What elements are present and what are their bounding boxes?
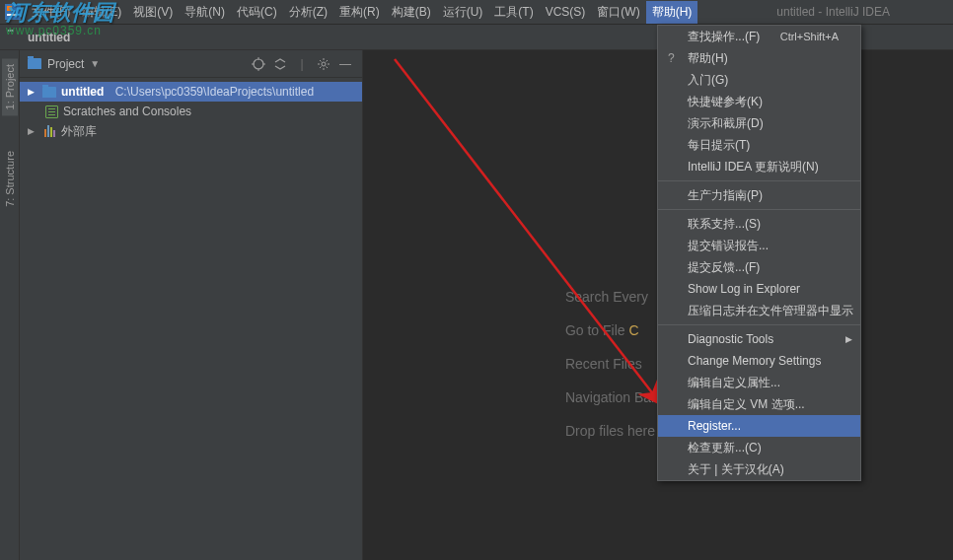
question-icon: ? <box>668 51 675 65</box>
project-tree: ▶ untitled C:\Users\pc0359\IdeaProjects\… <box>20 78 362 145</box>
scratches-icon <box>43 105 59 118</box>
help-item[interactable]: 联系支持...(S) <box>658 213 860 235</box>
expand-arrow-icon[interactable]: ▶ <box>28 126 37 136</box>
hint-navbar: Navigation Bar <box>565 389 659 405</box>
menu-文件[interactable]: 文件(F) <box>26 1 76 24</box>
breadcrumb-project[interactable]: untitled <box>28 31 70 44</box>
hint-goto-file: Go to File <box>565 322 629 338</box>
svg-point-3 <box>254 59 263 69</box>
help-item[interactable]: Show Log in Explorer <box>658 278 860 300</box>
menu-窗口[interactable]: 窗口(W) <box>591 1 645 24</box>
tool-tab-project[interactable]: 1: Project <box>2 58 18 115</box>
help-item[interactable]: 快捷键参考(K) <box>658 91 860 112</box>
menu-separator <box>658 209 860 210</box>
help-item[interactable]: 生产力指南(P) <box>658 184 860 206</box>
tool-tab-structure[interactable]: 7: Structure <box>2 145 18 213</box>
svg-point-8 <box>322 62 326 66</box>
help-item[interactable]: 压缩日志并在文件管理器中显示 <box>658 300 860 321</box>
help-item[interactable]: Register... <box>658 415 860 437</box>
menu-代码[interactable]: 代码(C) <box>231 1 283 24</box>
app-logo-icon <box>4 3 22 21</box>
library-icon <box>41 124 57 138</box>
expand-arrow-icon[interactable]: ▶ <box>28 87 37 97</box>
help-item[interactable]: 提交错误报告... <box>658 235 860 256</box>
help-item[interactable]: 提交反馈...(F) <box>658 256 860 278</box>
menu-separator <box>658 180 860 181</box>
svg-rect-1 <box>7 6 12 11</box>
hint-search-everywhere: Search Every <box>565 289 648 305</box>
left-tool-tabs: 1: Project 7: Structure <box>0 50 20 560</box>
help-item[interactable]: 关于 | 关于汉化(A) <box>658 458 860 480</box>
gear-icon[interactable] <box>315 55 332 73</box>
menu-重构[interactable]: 重构(R) <box>333 1 386 24</box>
shortcut-label: Ctrl+Shift+A <box>780 31 839 42</box>
hide-icon[interactable]: — <box>336 55 354 73</box>
help-item[interactable]: 编辑自定义 VM 选项... <box>658 393 860 415</box>
main-menubar: 文件(F)编辑(E)视图(V)导航(N)代码(C)分析(Z)重构(R)构建(B)… <box>0 0 953 25</box>
chevron-down-icon: ▼ <box>90 58 100 69</box>
help-item[interactable]: IntelliJ IDEA 更新说明(N) <box>658 156 860 177</box>
vertical-divider: | <box>293 55 311 73</box>
tree-node-root[interactable]: ▶ untitled C:\Users\pc0359\IdeaProjects\… <box>20 82 362 102</box>
help-item[interactable]: 查找操作...(F)Ctrl+Shift+A <box>658 26 860 47</box>
help-item[interactable]: 编辑自定义属性... <box>658 372 860 393</box>
folder-icon <box>41 85 57 99</box>
help-item[interactable]: 检查更新...(C) <box>658 437 860 458</box>
submenu-arrow-icon: ▶ <box>845 334 852 344</box>
folder-icon <box>8 32 22 43</box>
menu-工具[interactable]: 工具(T) <box>488 1 539 24</box>
menu-运行[interactable]: 运行(U) <box>437 1 489 24</box>
menu-编辑[interactable]: 编辑(E) <box>76 1 127 24</box>
collapse-icon[interactable] <box>271 55 289 73</box>
locate-icon[interactable] <box>250 55 267 73</box>
hint-recent-files: Recent Files <box>565 356 642 372</box>
menu-vcs[interactable]: VCS(S) <box>540 2 592 22</box>
help-item[interactable]: 每日提示(T) <box>658 134 860 156</box>
tree-node-external-libs[interactable]: ▶ 外部库 <box>20 121 362 141</box>
project-tool-window: Project ▼ | — ▶ untitled C:\Users\pc0359… <box>20 50 363 560</box>
project-panel-header: Project ▼ | — <box>20 50 362 78</box>
menu-帮助[interactable]: 帮助(H) <box>646 1 698 24</box>
tree-node-scratches[interactable]: Scratches and Consoles <box>20 102 362 121</box>
help-item[interactable]: Change Memory Settings <box>658 350 860 372</box>
help-item[interactable]: 入门(G) <box>658 69 860 91</box>
help-menu-popup: 查找操作...(F)Ctrl+Shift+A?帮助(H)入门(G)快捷键参考(K… <box>657 25 861 481</box>
project-icon <box>28 58 41 69</box>
help-item[interactable]: ?帮助(H) <box>658 47 860 69</box>
help-item[interactable]: 演示和截屏(D) <box>658 112 860 134</box>
menu-构建[interactable]: 构建(B) <box>386 1 437 24</box>
menu-分析[interactable]: 分析(Z) <box>283 1 333 24</box>
svg-rect-2 <box>7 14 17 16</box>
window-title: untitled - IntelliJ IDEA <box>776 5 890 19</box>
help-item[interactable]: Diagnostic Tools▶ <box>658 328 860 350</box>
menu-视图[interactable]: 视图(V) <box>127 1 179 24</box>
menu-导航[interactable]: 导航(N) <box>179 1 231 24</box>
menu-separator <box>658 324 860 325</box>
project-panel-title[interactable]: Project ▼ <box>28 57 100 71</box>
